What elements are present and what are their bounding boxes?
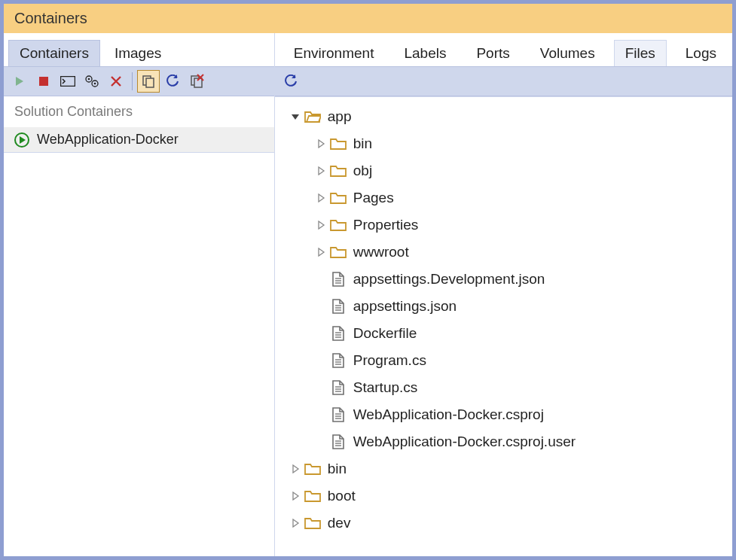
- folder-icon: [329, 216, 347, 234]
- folder-icon: [329, 162, 347, 180]
- window-title: Containers: [4, 4, 732, 33]
- expander-icon[interactable]: [314, 408, 328, 422]
- container-item[interactable]: WebApplication-Docker: [4, 127, 274, 152]
- prune-button[interactable]: [185, 70, 208, 93]
- separator: [132, 72, 133, 90]
- tree-label: Startup.cs: [353, 379, 418, 396]
- expander-icon[interactable]: [314, 354, 328, 367]
- tree-folder[interactable]: dev: [278, 510, 729, 537]
- tree-folder[interactable]: obj: [278, 157, 729, 184]
- tree-file[interactable]: appsettings.Development.json: [278, 266, 729, 293]
- tree-label: dev: [328, 515, 351, 531]
- expander-icon[interactable]: [314, 164, 328, 178]
- expander-icon[interactable]: [314, 245, 328, 259]
- tree-label: bin: [353, 135, 372, 152]
- tree-file[interactable]: WebApplication-Docker.csproj.user: [278, 428, 729, 455]
- folder-icon: [304, 487, 322, 505]
- tree-folder[interactable]: app: [278, 103, 729, 130]
- right-tab-environment[interactable]: Environment: [282, 40, 386, 66]
- window: Containers ContainersImages: [3, 3, 733, 557]
- body: ContainersImages: [4, 33, 732, 556]
- expander-icon[interactable]: [289, 489, 302, 503]
- tree-label: appsettings.json: [353, 298, 457, 315]
- left-tab-images[interactable]: Images: [103, 40, 173, 66]
- tree-folder[interactable]: Properties: [278, 212, 729, 239]
- left-toolbar: [4, 66, 274, 96]
- tree-label: app: [328, 108, 352, 125]
- svg-rect-7: [146, 78, 154, 87]
- tree-label: Properties: [353, 217, 419, 233]
- tree-label: Pages: [353, 190, 394, 206]
- tree-file[interactable]: appsettings.json: [278, 293, 729, 320]
- right-tab-logs[interactable]: Logs: [674, 40, 728, 66]
- start-button[interactable]: [8, 70, 31, 93]
- left-pane: ContainersImages: [4, 33, 275, 556]
- expander-icon[interactable]: [289, 462, 302, 476]
- file-icon: [329, 297, 347, 315]
- tree-label: Dockerfile: [353, 325, 417, 342]
- tree-label: appsettings.Development.json: [353, 271, 545, 288]
- tree-label: bin: [328, 461, 347, 477]
- tree-folder[interactable]: Pages: [278, 184, 729, 212]
- right-toolbar: [275, 66, 732, 96]
- tree-file[interactable]: Startup.cs: [278, 374, 729, 401]
- file-icon: [329, 324, 347, 342]
- left-empty: [4, 152, 274, 556]
- tree-label: Program.cs: [353, 352, 426, 369]
- folder-icon: [329, 135, 347, 153]
- right-tabbar: EnvironmentLabelsPortsVolumesFilesLogs: [275, 33, 732, 66]
- copy-button[interactable]: [137, 70, 160, 93]
- file-icon: [329, 379, 347, 397]
- refresh-button[interactable]: [161, 70, 184, 93]
- tree-label: boot: [328, 488, 356, 504]
- expander-icon[interactable]: [314, 272, 328, 286]
- svg-point-5: [94, 83, 96, 85]
- file-icon: [329, 270, 347, 288]
- refresh-files-button[interactable]: [279, 70, 302, 93]
- expander-icon[interactable]: [314, 137, 328, 151]
- expander-icon[interactable]: [314, 300, 328, 313]
- right-tab-labels[interactable]: Labels: [392, 40, 457, 66]
- right-tab-ports[interactable]: Ports: [465, 40, 521, 66]
- running-icon: [14, 132, 29, 148]
- tree-file[interactable]: Dockerfile: [278, 320, 729, 347]
- svg-point-3: [88, 78, 90, 81]
- file-tree: appbinobjPagesPropertieswwwrootappsettin…: [275, 96, 732, 556]
- section-header: Solution Containers: [4, 96, 274, 127]
- svg-rect-1: [61, 77, 75, 87]
- left-tab-containers[interactable]: Containers: [8, 40, 100, 66]
- tree-folder[interactable]: wwwroot: [278, 239, 729, 266]
- folder-icon: [304, 514, 322, 532]
- tree-file[interactable]: Program.cs: [278, 347, 729, 374]
- tree-folder[interactable]: bin: [278, 455, 729, 482]
- folder-icon: [329, 243, 347, 261]
- right-tab-volumes[interactable]: Volumes: [529, 40, 606, 66]
- expander-icon[interactable]: [314, 218, 328, 232]
- delete-button[interactable]: [105, 70, 127, 93]
- left-tabbar: ContainersImages: [4, 33, 274, 66]
- file-icon: [329, 406, 347, 424]
- tree-folder[interactable]: boot: [278, 482, 729, 510]
- tree-file[interactable]: WebApplication-Docker.csproj: [278, 401, 729, 428]
- folder-icon: [304, 460, 322, 478]
- svg-rect-0: [39, 77, 48, 86]
- tree-folder[interactable]: bin: [278, 130, 729, 157]
- tree-label: WebApplication-Docker.csproj.user: [353, 434, 576, 450]
- terminal-button[interactable]: [56, 70, 79, 93]
- settings-button[interactable]: [81, 70, 103, 93]
- expander-icon[interactable]: [289, 110, 302, 123]
- right-tab-files[interactable]: Files: [614, 40, 667, 66]
- tree-label: obj: [353, 163, 372, 179]
- tree-label: wwwroot: [353, 244, 409, 260]
- right-pane: EnvironmentLabelsPortsVolumesFilesLogs a…: [275, 33, 732, 556]
- expander-icon[interactable]: [289, 516, 302, 530]
- expander-icon[interactable]: [314, 327, 328, 340]
- expander-icon[interactable]: [314, 191, 328, 205]
- file-icon: [329, 352, 347, 370]
- expander-icon[interactable]: [314, 435, 328, 449]
- stop-button[interactable]: [32, 70, 55, 93]
- expander-icon[interactable]: [314, 381, 328, 394]
- folder-icon: [329, 189, 347, 207]
- file-icon: [329, 433, 347, 451]
- folder-open-icon: [304, 108, 322, 126]
